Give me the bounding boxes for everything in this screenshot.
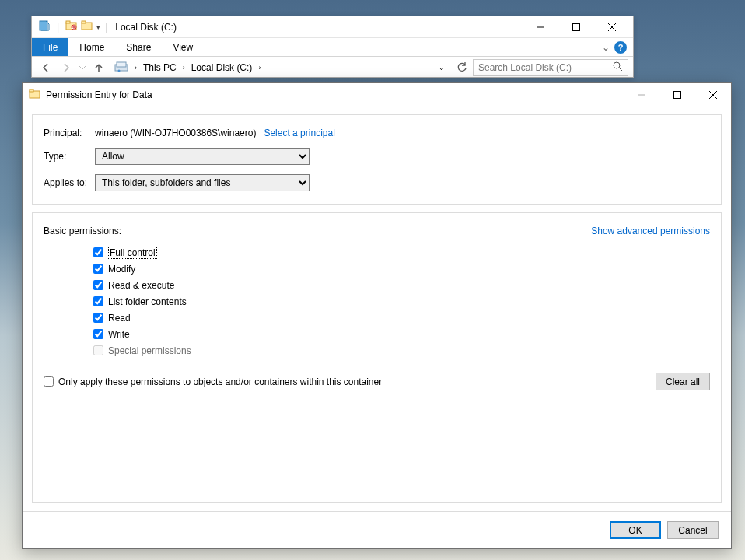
chevron-icon[interactable]: ›	[135, 64, 137, 72]
tab-file[interactable]: File	[32, 38, 68, 56]
permissions-list: Full controlModifyRead & executeList fol…	[93, 244, 710, 359]
select-principal-link[interactable]: Select a principal	[264, 128, 334, 138]
svg-rect-13	[674, 92, 681, 99]
recent-dropdown[interactable]	[77, 58, 88, 77]
minimize-button	[624, 83, 659, 107]
permission-checkbox[interactable]	[93, 296, 103, 306]
qat-dropdown-icon[interactable]: ▾	[96, 23, 100, 31]
dialog-titlebar: Permission Entry for Data	[23, 83, 731, 107]
close-button[interactable]	[695, 83, 731, 107]
permission-dialog: Permission Entry for Data Principal: win…	[22, 82, 732, 549]
help-icon[interactable]: ?	[614, 41, 627, 54]
svg-rect-8	[117, 62, 126, 67]
show-advanced-link[interactable]: Show advanced permissions	[591, 226, 710, 236]
breadcrumb-drive[interactable]: Local Disk (C:)	[191, 62, 253, 73]
applies-label: Applies to:	[44, 177, 95, 188]
permission-checkbox[interactable]	[93, 264, 103, 274]
dialog-title: Permission Entry for Data	[46, 89, 152, 100]
only-apply-label: Only apply these permissions to objects …	[58, 376, 382, 387]
dialog-window-controls	[624, 83, 731, 107]
svg-rect-6	[573, 23, 580, 30]
chevron-icon[interactable]: ›	[183, 64, 185, 72]
search-icon[interactable]	[613, 61, 623, 74]
cancel-button[interactable]: Cancel	[667, 521, 719, 539]
permission-label: Special permissions	[108, 345, 191, 356]
only-apply-checkbox[interactable]	[44, 376, 54, 387]
type-select[interactable]: Allow	[95, 148, 310, 165]
folder-icon	[29, 88, 41, 103]
principal-section: Principal: winaero (WIN-OJ7HO00386S\wina…	[32, 114, 722, 205]
window-title: Local Disk (C:)	[115, 22, 177, 33]
permission-item: List folder contents	[93, 293, 710, 310]
principal-label: Principal:	[44, 128, 95, 138]
up-button[interactable]	[89, 58, 108, 77]
permissions-section: Basic permissions: Show advanced permiss…	[32, 212, 722, 503]
folder-icon[interactable]	[81, 19, 93, 34]
explorer-titlebar: | ▾ | Local Disk (C:)	[32, 16, 633, 38]
drive-icon	[114, 60, 128, 76]
ribbon-tabs: File Home Share View ⌄ ?	[32, 38, 633, 57]
permission-checkbox	[93, 345, 103, 355]
ribbon-expand-icon[interactable]: ⌄	[602, 42, 610, 53]
refresh-button[interactable]	[453, 58, 471, 77]
address-dropdown-icon[interactable]: ⌄	[439, 64, 445, 72]
svg-rect-0	[40, 21, 47, 30]
breadcrumb-thispc[interactable]: This PC	[143, 62, 177, 73]
dialog-footer: OK Cancel	[23, 511, 731, 548]
applies-select[interactable]: This folder, subfolders and files	[95, 174, 310, 191]
permission-label: Modify	[108, 264, 135, 275]
tab-view[interactable]: View	[162, 38, 204, 56]
clear-all-button[interactable]: Clear all	[656, 373, 710, 390]
dialog-body: Principal: winaero (WIN-OJ7HO00386S\wina…	[23, 107, 731, 511]
maximize-button[interactable]	[558, 16, 594, 38]
permission-label: List folder contents	[108, 296, 187, 307]
permission-label: Write	[108, 329, 130, 340]
permission-label: Full control	[108, 247, 157, 259]
permission-item: Write	[93, 326, 710, 342]
permission-checkbox[interactable]	[93, 313, 103, 323]
permission-checkbox[interactable]	[93, 247, 103, 257]
svg-rect-12	[30, 89, 33, 92]
basic-permissions-label: Basic permissions:	[44, 226, 121, 236]
permission-label: Read & execute	[108, 280, 174, 291]
new-folder-icon[interactable]	[65, 19, 78, 34]
search-input[interactable]: Search Local Disk (C:)	[473, 59, 628, 76]
maximize-button[interactable]	[659, 83, 695, 107]
window-controls	[523, 16, 630, 38]
address-bar[interactable]: › This PC › Local Disk (C:) › ⌄	[113, 60, 448, 76]
chevron-icon[interactable]: ›	[258, 64, 261, 72]
back-button[interactable]	[37, 58, 55, 77]
minimize-button[interactable]	[523, 16, 558, 38]
explorer-window: | ▾ | Local Disk (C:) File Home Share Vi…	[31, 16, 634, 78]
svg-rect-2	[66, 21, 70, 23]
type-label: Type:	[44, 151, 95, 162]
permission-checkbox[interactable]	[93, 329, 103, 339]
tab-home[interactable]: Home	[68, 38, 115, 56]
permission-item: Read	[93, 310, 710, 326]
close-button[interactable]	[594, 16, 630, 38]
permission-item: Full control	[93, 244, 710, 261]
forward-button[interactable]	[57, 58, 75, 77]
quick-access-toolbar: | ▾ |	[35, 19, 109, 34]
separator: |	[57, 22, 59, 33]
svg-rect-5	[82, 21, 86, 23]
permission-item: Special permissions	[93, 342, 710, 359]
permission-item: Modify	[93, 261, 710, 277]
search-placeholder: Search Local Disk (C:)	[478, 62, 572, 73]
tab-share[interactable]: Share	[115, 38, 162, 56]
svg-point-10	[614, 62, 620, 68]
ok-button[interactable]: OK	[610, 521, 661, 539]
permission-item: Read & execute	[93, 277, 710, 293]
qat-sep: |	[105, 22, 107, 33]
navigation-bar: › This PC › Local Disk (C:) › ⌄ Search L…	[32, 57, 633, 79]
svg-point-9	[118, 69, 121, 72]
properties-icon[interactable]	[38, 19, 51, 34]
permission-label: Read	[108, 313, 131, 324]
principal-value: winaero (WIN-OJ7HO00386S\winaero)	[95, 128, 256, 138]
permission-checkbox[interactable]	[93, 280, 103, 290]
